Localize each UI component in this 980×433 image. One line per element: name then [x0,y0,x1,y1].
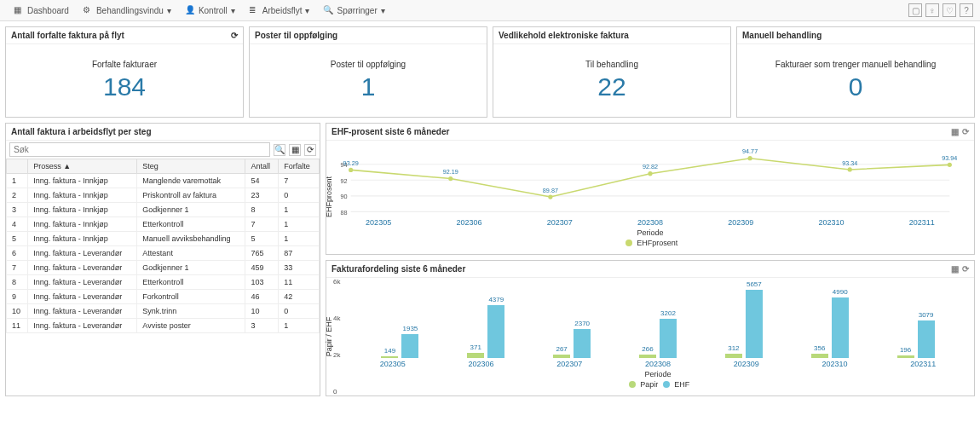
steg-search-input[interactable] [9,142,270,157]
bar-ehf[interactable]: 4379 [487,305,504,358]
table-row[interactable]: 4Inng. faktura - InnkjøpEtterkontroll71 [7,217,320,232]
cell-antall: 8 [245,203,279,217]
bar-ehf[interactable]: 4990 [832,297,849,358]
tool-help-icon[interactable]: ? [960,3,973,17]
kpi-panel-3[interactable]: Manuell behandlingFakturaer som trenger … [736,26,975,118]
bar-ehf[interactable]: 2370 [574,329,591,358]
table-row[interactable]: 7Inng. faktura - LeverandørGodkjenner 14… [7,261,320,275]
table-row[interactable]: 1Inng. faktura - InnkjøpManglende varemo… [7,174,320,188]
kpi-body: Fakturaer som trenger manuell behandling… [737,44,974,117]
steg-col-2[interactable]: Steg [137,159,245,174]
steg-col-1[interactable]: Prosess ▲ [28,159,137,174]
kpi-panel-2[interactable]: Vedlikehold elektroniske fakturaTil beha… [493,26,731,118]
cell-forfalte: 87 [279,246,320,261]
bar-value: 2370 [574,320,590,327]
faktura-header-icons: ▦ ⟳ [951,264,969,274]
bar-papir[interactable]: 267 [553,355,570,358]
faktura-xtick[interactable]: 202311 [879,360,967,368]
table-row[interactable]: 10Inng. faktura - LeverandørSynk.trinn10… [7,304,320,319]
ehf-expand-icon[interactable]: ▦ [951,127,959,136]
bar-papir[interactable]: 371 [467,353,484,357]
ehf-xtick[interactable]: 202306 [424,218,514,227]
table-row[interactable]: 5Inng. faktura - InnkjøpManuell avviksbe… [7,232,320,246]
bar-papir[interactable]: 356 [811,354,828,358]
cell-steg: Avviste poster [137,319,245,333]
cell-antall: 459 [245,261,279,275]
ehf-xaxis: 2023052023062023072023082023092023102023… [333,218,967,227]
topbar-behandlingsvindu[interactable]: ⚙Behandlingsvindu▾ [76,3,178,17]
tool-heart-icon[interactable]: ♡ [943,3,956,17]
bar-ehf[interactable]: 5657 [746,290,763,358]
legend-papir-swatch [629,381,636,388]
cell-steg: Godkjenner 1 [137,261,245,275]
bar-ehf[interactable]: 3079 [918,320,935,358]
refresh-icon[interactable]: ⟳ [304,144,316,156]
bar-group: 1963079 [873,320,959,358]
tool-bulb-icon[interactable]: ♀ [925,3,939,17]
cell-prosess: Inng. faktura - Innkjøp [28,217,137,232]
topbar-dashboard[interactable]: ▦Dashboard [7,3,76,17]
tool-panel-icon[interactable]: ▢ [908,3,922,17]
bar-ehf[interactable]: 3202 [660,319,677,357]
bar-papir[interactable]: 312 [725,354,742,357]
faktura-xtick[interactable]: 202309 [702,360,791,368]
bar-papir[interactable]: 149 [381,356,398,358]
table-row[interactable]: 9Inng. faktura - LeverandørForkontroll46… [7,290,320,304]
faktura-xtick[interactable]: 202307 [525,360,614,368]
steg-col-4[interactable]: Forfalte [279,159,320,174]
ehf-xtick[interactable]: 202311 [877,218,967,227]
bar-value: 267 [556,345,567,353]
ehf-xtick[interactable]: 202310 [786,218,876,227]
kpi-panel-0[interactable]: Antall forfalte faktura på flyt⟳Forfalte… [5,26,244,118]
chevron-down-icon: ▾ [167,6,171,15]
faktura-xtick[interactable]: 202308 [614,360,702,368]
ehf-xlabel: Periode [333,228,967,237]
table-row[interactable]: 2Inng. faktura - InnkjøpPriskontroll av … [7,188,320,203]
bar-value: 266 [642,345,653,353]
kpi-header: Poster til oppfølging [250,27,487,44]
topbar-spørringer[interactable]: 🔍Spørringer▾ [316,3,391,17]
kpi-panel-1[interactable]: Poster til oppfølgingPoster til oppfølgi… [249,26,487,118]
ehf-xtick[interactable]: 202307 [515,218,605,227]
faktura-xtick[interactable]: 202305 [349,360,437,368]
svg-text:93.34: 93.34 [842,159,857,167]
ehf-xtick[interactable]: 202305 [333,218,424,227]
steg-col-3[interactable]: Antall [245,159,279,174]
chevron-down-icon: ▾ [381,6,385,15]
bar-value: 1935 [403,325,418,332]
faktura-xtick[interactable]: 202310 [791,360,879,368]
cell-n: 6 [7,246,28,261]
svg-text:93.94: 93.94 [942,154,957,162]
faktura-xtick[interactable]: 202306 [437,360,526,368]
table-row[interactable]: 3Inng. faktura - InnkjøpGodkjenner 181 [7,203,320,217]
topbar-arbeidsflyt[interactable]: ≣Arbeidsflyt▾ [242,3,317,17]
topbar-kontroll[interactable]: 👤Kontroll▾ [178,3,242,17]
table-view-icon[interactable]: ▦ [289,144,301,156]
kpi-label: Poster til oppfølging [331,60,406,69]
faktura-yticks: 6k4k2k0 [333,278,340,395]
bar-papir[interactable]: 196 [897,355,914,358]
svg-text:89.87: 89.87 [543,187,558,194]
bar-group: 3125657 [700,290,787,358]
kpi-title: Manuell behandling [742,31,821,40]
bar-value: 3079 [919,311,934,319]
table-row[interactable]: 11Inng. faktura - LeverandørAvviste post… [7,319,320,333]
steg-col-0[interactable] [7,159,28,174]
bar-group: 2663202 [615,319,701,357]
ehf-xtick[interactable]: 202308 [605,218,695,227]
bar-papir[interactable]: 266 [639,355,656,358]
cell-n: 11 [7,319,28,333]
table-row[interactable]: 8Inng. faktura - LeverandørEtterkontroll… [7,275,320,290]
faktura-expand-icon[interactable]: ▦ [951,264,959,274]
cell-prosess: Inng. faktura - Leverandør [28,275,137,290]
cell-steg: Etterkontroll [137,217,245,232]
ehf-refresh-icon[interactable]: ⟳ [962,127,969,136]
table-row[interactable]: 6Inng. faktura - LeverandørAttestant7658… [7,246,320,261]
faktura-refresh-icon[interactable]: ⟳ [962,264,969,274]
refresh-icon[interactable]: ⟳ [231,31,238,40]
search-icon[interactable]: 🔍 [274,144,285,156]
ehf-legend: EHFprosent [333,239,967,247]
ehf-xtick[interactable]: 202309 [695,218,786,227]
bar-ehf[interactable]: 1935 [401,334,418,357]
chevron-down-icon: ▾ [305,6,309,15]
